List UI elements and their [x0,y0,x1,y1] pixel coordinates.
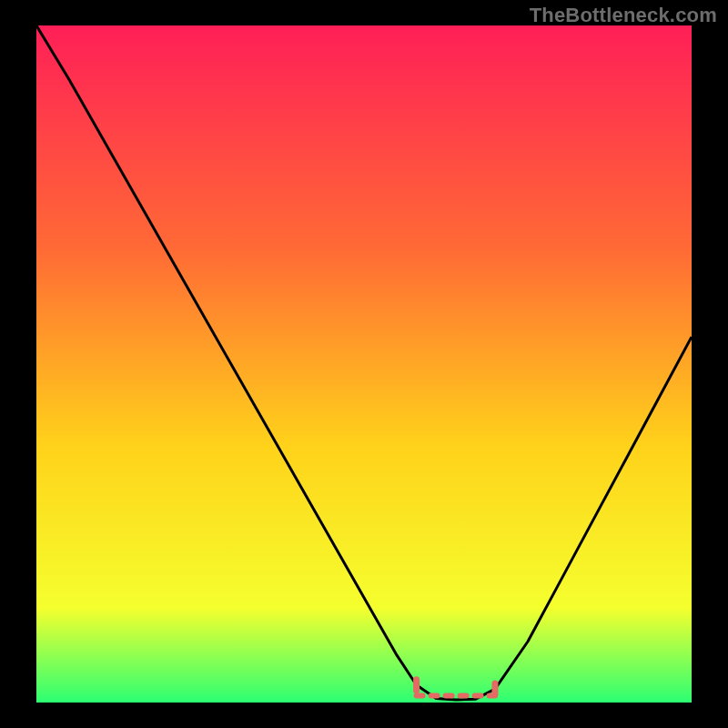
bottleneck-chart [36,25,692,703]
chart-frame: TheBottleneck.com [0,0,728,728]
gradient-background [36,25,692,703]
attribution-text: TheBottleneck.com [530,4,717,27]
